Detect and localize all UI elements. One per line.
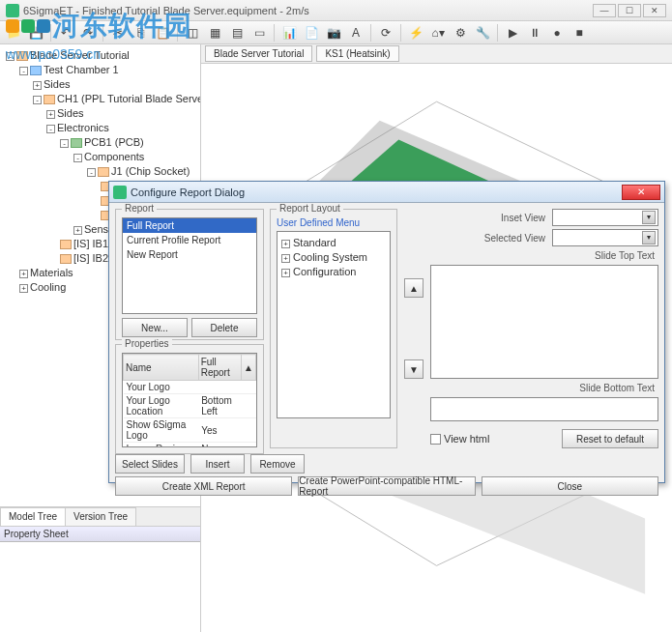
tool-cut-icon[interactable]: ✂: [108, 23, 128, 43]
view-tab-heatsink[interactable]: KS1 (Heatsink): [316, 45, 398, 62]
view-html-checkbox[interactable]: View html: [430, 433, 489, 445]
tool-pause-icon[interactable]: ⏸: [525, 23, 544, 43]
properties-grid[interactable]: NameFull Report▲ Your Logo Your Logo Loc…: [122, 353, 257, 447]
tool-record-icon[interactable]: ●: [547, 23, 567, 43]
dialog-icon: [113, 186, 127, 199]
close-button[interactable]: ✕: [643, 4, 666, 17]
dialog-close-button[interactable]: ✕: [622, 185, 660, 200]
selected-view-combo[interactable]: ▾: [552, 229, 658, 246]
tool-save-icon[interactable]: 💾: [26, 23, 45, 43]
property-sheet-title: Property Sheet: [0, 527, 200, 542]
minimize-button[interactable]: ―: [593, 4, 616, 17]
select-slides-button[interactable]: Select Slides: [115, 454, 185, 474]
tool-undo-icon[interactable]: ↶: [56, 23, 75, 43]
tool-layers-icon[interactable]: ▤: [227, 23, 247, 43]
app-icon: [6, 4, 19, 17]
table-row: Your Logo LocationBottom Left: [124, 394, 256, 418]
tool-stop-icon[interactable]: ■: [570, 23, 589, 43]
new-report-button[interactable]: New...: [122, 318, 188, 337]
inset-view-combo[interactable]: ▾: [552, 209, 658, 226]
list-item[interactable]: Current Profile Report: [123, 233, 256, 247]
slide-bottom-text[interactable]: [430, 397, 658, 422]
report-list[interactable]: Full Report Current Profile Report New R…: [122, 217, 257, 314]
tab-version-tree[interactable]: Version Tree: [65, 507, 136, 526]
close-dialog-button[interactable]: Close: [482, 476, 658, 496]
tool-bolt-icon[interactable]: ⚡: [406, 23, 425, 43]
reset-button[interactable]: Reset to default: [562, 429, 658, 448]
main-toolbar: 📁 💾 ↶ ↷ ✂ ⎘ 📋 ◫ ▦ ▤ ▭ 📊 📄 📷 A ⟳ ⚡ ⌂▾ ⚙ 🔧…: [0, 21, 672, 44]
report-group-label: Report: [122, 203, 157, 214]
view-tab-main[interactable]: Blade Server Tutorial: [205, 45, 312, 62]
property-sheet: Property Sheet: [0, 526, 200, 632]
tool-redo-icon[interactable]: ↷: [78, 23, 98, 43]
tool-select-icon[interactable]: ▭: [249, 23, 269, 43]
list-item[interactable]: New Report: [123, 247, 256, 262]
list-item[interactable]: Full Report: [123, 218, 256, 233]
layout-tree[interactable]: +Standard +Cooling System +Configuration: [277, 231, 391, 418]
remove-button[interactable]: Remove: [250, 454, 305, 474]
tool-gear-icon[interactable]: ⚙: [451, 23, 470, 43]
tool-grid-icon[interactable]: ▦: [205, 23, 224, 43]
layout-group-label: Report Layout: [277, 203, 343, 214]
insert-button[interactable]: Insert: [190, 454, 245, 474]
tool-refresh-icon[interactable]: ⟳: [376, 23, 395, 43]
tab-model-tree[interactable]: Model Tree: [0, 507, 66, 526]
tool-text-icon[interactable]: A: [346, 23, 365, 43]
inset-view-label: Inset View: [430, 213, 549, 223]
tool-cube-icon[interactable]: ◫: [183, 23, 202, 43]
dialog-titlebar[interactable]: Configure Report Dialog ✕: [109, 182, 664, 203]
table-row: Image ResizeNo: [124, 443, 256, 448]
window-titlebar: 6SigmaET - Finished Tutorial Blade Serve…: [0, 0, 672, 21]
user-menu-label: User Defined Menu: [277, 217, 391, 228]
delete-report-button[interactable]: Delete: [191, 318, 257, 337]
selected-view-label: Selected View: [430, 233, 549, 244]
tool-home-icon[interactable]: ⌂▾: [428, 23, 448, 43]
slide-top-label: Slide Top Text: [430, 250, 658, 261]
window-title: 6SigmaET - Finished Tutorial Blade Serve…: [23, 5, 593, 16]
tool-copy-icon[interactable]: ⎘: [131, 23, 150, 43]
move-down-button[interactable]: ▼: [404, 359, 424, 379]
slide-top-text[interactable]: [430, 265, 658, 379]
tool-open-icon[interactable]: 📁: [4, 23, 23, 43]
maximize-button[interactable]: ☐: [618, 4, 641, 17]
create-xml-button[interactable]: Create XML Report: [115, 476, 292, 496]
tool-report-icon[interactable]: 📄: [302, 23, 321, 43]
tool-paste-icon[interactable]: 📋: [153, 23, 172, 43]
table-row: Your Logo: [124, 381, 256, 394]
move-up-button[interactable]: ▲: [404, 278, 424, 298]
tool-camera-icon[interactable]: 📷: [324, 23, 343, 43]
dialog-title: Configure Report Dialog: [131, 187, 622, 198]
properties-group-label: Properties: [122, 338, 172, 349]
configure-report-dialog: Configure Report Dialog ✕ Report Full Re…: [108, 181, 665, 483]
tool-chart-icon[interactable]: 📊: [279, 23, 299, 43]
table-row: Show 6Sigma LogoYes: [124, 418, 256, 443]
slide-bottom-label: Slide Bottom Text: [430, 383, 658, 393]
create-ppt-button[interactable]: Create PowerPoint-compatible HTML-Report: [298, 476, 475, 496]
tool-play-icon[interactable]: ▶: [503, 23, 522, 43]
tool-wrench-icon[interactable]: 🔧: [473, 23, 492, 43]
sidebar-tabs: Model Tree Version Tree: [0, 506, 200, 526]
